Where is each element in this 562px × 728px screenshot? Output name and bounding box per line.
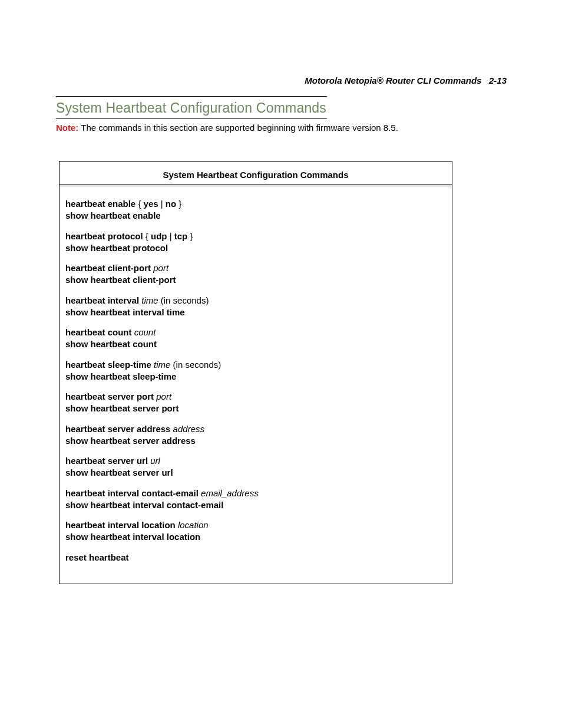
- rule-bottom: [56, 118, 327, 119]
- note-line: Note: The commands in this section are s…: [56, 123, 509, 133]
- show-command: show heartbeat interval contact-email: [65, 499, 444, 511]
- command-text: |: [158, 199, 166, 209]
- command-keyword: heartbeat server port: [65, 391, 154, 401]
- command-keyword: heartbeat interval location: [65, 520, 176, 530]
- command-text: |: [167, 231, 174, 241]
- show-command: show heartbeat count: [65, 338, 444, 350]
- command-keyword: heartbeat interval contact-email: [65, 488, 199, 498]
- command-arg: email_address: [199, 488, 259, 498]
- command-arg: count: [132, 327, 156, 337]
- command-keyword: heartbeat server url: [65, 456, 148, 466]
- command-box: System Heartbeat Configuration Commands …: [59, 161, 452, 584]
- show-command: show heartbeat server url: [65, 467, 444, 479]
- command-option: no: [166, 199, 176, 209]
- command-group: reset heartbeat: [65, 552, 444, 564]
- command-group: heartbeat interval time (in seconds)show…: [65, 295, 444, 319]
- command-line: heartbeat sleep-time time (in seconds): [65, 359, 444, 371]
- command-arg: address: [170, 424, 204, 434]
- command-line: heartbeat server address address: [65, 423, 444, 435]
- command-arg: port: [154, 391, 171, 401]
- doc-title: Motorola Netopia® Router CLI Commands: [305, 75, 481, 85]
- show-command: show heartbeat enable: [65, 210, 444, 222]
- command-text: (in seconds): [158, 295, 209, 305]
- command-group: heartbeat count countshow heartbeat coun…: [65, 327, 444, 351]
- command-option: yes: [144, 199, 158, 209]
- command-keyword: reset heartbeat: [65, 552, 129, 562]
- command-arg: time: [151, 360, 171, 370]
- command-line: heartbeat server port port: [65, 391, 444, 403]
- rule-top: [56, 96, 327, 97]
- command-group: heartbeat interval contact-email email_a…: [65, 487, 444, 512]
- command-group: heartbeat server address addressshow hea…: [65, 423, 444, 447]
- command-line: heartbeat count count: [65, 327, 444, 338]
- command-arg: location: [176, 520, 209, 530]
- command-arg: port: [151, 263, 168, 273]
- command-keyword: heartbeat client-port: [65, 263, 151, 273]
- command-keyword: heartbeat protocol: [65, 231, 143, 241]
- command-keyword: heartbeat sleep-time: [65, 360, 151, 370]
- command-keyword: heartbeat server address: [65, 424, 170, 434]
- command-box-body: heartbeat enable { yes | no }show heartb…: [59, 186, 452, 584]
- note-text: The commands in this section are support…: [81, 123, 398, 133]
- command-group: heartbeat sleep-time time (in seconds)sh…: [65, 359, 444, 383]
- command-option: udp: [151, 231, 167, 241]
- command-keyword: heartbeat count: [65, 327, 132, 337]
- command-arg: url: [148, 456, 160, 466]
- command-line: heartbeat interval contact-email email_a…: [65, 487, 444, 499]
- command-group: heartbeat protocol { udp | tcp }show hea…: [65, 230, 444, 255]
- command-keyword: heartbeat interval: [65, 295, 139, 305]
- page: Motorola Netopia® Router CLI Commands 2-…: [0, 0, 562, 584]
- command-text: {: [135, 199, 143, 209]
- page-number: 2-13: [489, 75, 507, 85]
- command-text: (in seconds): [170, 360, 221, 370]
- command-group: heartbeat client-port portshow heartbeat…: [65, 262, 444, 286]
- page-header: Motorola Netopia® Router CLI Commands 2-…: [56, 75, 509, 85]
- note-label: Note:: [56, 123, 78, 133]
- command-line: heartbeat client-port port: [65, 262, 444, 274]
- command-group: heartbeat server port portshow heartbeat…: [65, 391, 444, 415]
- command-group: heartbeat interval location locationshow…: [65, 519, 444, 543]
- show-command: show heartbeat server address: [65, 435, 444, 447]
- command-group: heartbeat enable { yes | no }show heartb…: [65, 198, 444, 222]
- command-text: }: [187, 231, 193, 241]
- command-text: {: [143, 231, 151, 241]
- show-command: show heartbeat interval location: [65, 531, 444, 543]
- command-arg: time: [139, 295, 158, 305]
- section-title: System Heartbeat Configuration Commands: [56, 100, 509, 116]
- command-line: reset heartbeat: [65, 552, 444, 564]
- show-command: show heartbeat client-port: [65, 274, 444, 286]
- show-command: show heartbeat interval time: [65, 307, 444, 318]
- command-text: }: [176, 199, 181, 209]
- show-command: show heartbeat server port: [65, 403, 444, 414]
- command-box-title: System Heartbeat Configuration Commands: [59, 162, 452, 186]
- command-group: heartbeat server url urlshow heartbeat s…: [65, 455, 444, 479]
- command-line: heartbeat interval location location: [65, 519, 444, 531]
- show-command: show heartbeat protocol: [65, 242, 444, 254]
- command-line: heartbeat server url url: [65, 455, 444, 467]
- command-option: tcp: [174, 231, 188, 241]
- command-line: heartbeat protocol { udp | tcp }: [65, 230, 444, 242]
- command-keyword: heartbeat enable: [65, 199, 135, 209]
- command-line: heartbeat interval time (in seconds): [65, 295, 444, 307]
- show-command: show heartbeat sleep-time: [65, 371, 444, 383]
- command-line: heartbeat enable { yes | no }: [65, 198, 444, 210]
